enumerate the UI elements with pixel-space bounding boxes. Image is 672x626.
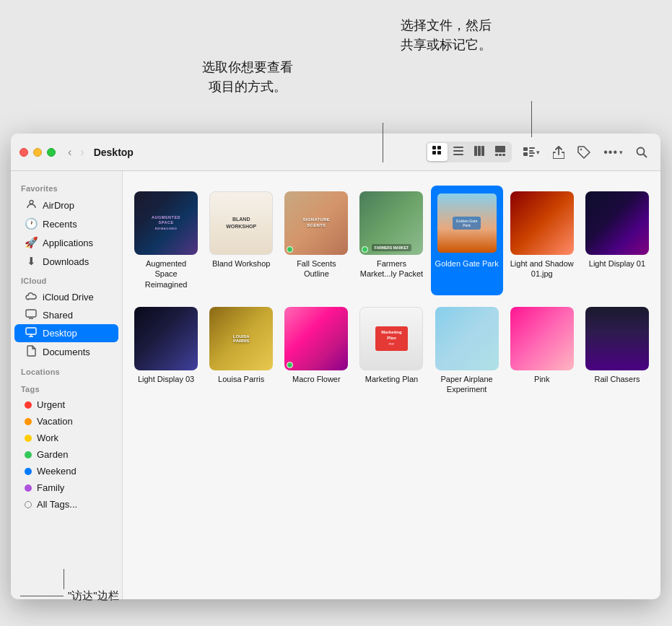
work-label: Work <box>37 432 58 443</box>
share-button[interactable] <box>549 143 569 162</box>
file-thumbnail-light-shadow <box>510 191 574 255</box>
minimize-button[interactable] <box>33 148 42 157</box>
file-item-marketing[interactable]: MarketingPlanPDF Marketing Plan <box>355 301 427 401</box>
svg-rect-12 <box>499 154 502 156</box>
sidebar-item-desktop[interactable]: Desktop <box>14 324 118 342</box>
file-item-bland[interactable]: BLANDWORKSHOP Bland Workshop <box>205 186 277 295</box>
group-dropdown-arrow: ▾ <box>536 149 540 156</box>
file-name-macro-flower: Macro Flower <box>292 374 341 384</box>
sidebar-item-recents[interactable]: 🕐 Recents <box>14 214 118 233</box>
file-item-fall-scents[interactable]: SIGNATURESCENTS Fall Scents Outline <box>280 186 352 295</box>
work-tag-dot <box>25 435 32 442</box>
urgent-tag-dot <box>25 401 32 409</box>
recents-icon: 🕐 <box>25 217 38 230</box>
sidebar-item-garden[interactable]: Garden <box>14 446 118 463</box>
icloud-drive-icon <box>25 291 38 303</box>
file-name-marketing: Marketing Plan <box>365 374 418 384</box>
downloads-icon: ⬇ <box>25 255 38 268</box>
file-name-light-display-01: Light Display 01 <box>589 258 645 269</box>
urgent-label: Urgent <box>37 399 65 410</box>
svg-rect-19 <box>529 155 533 157</box>
file-item-farmers[interactable]: FARMERS MARKET Farmers Market...ly Packe… <box>355 186 427 295</box>
weekend-label: Weekend <box>37 466 77 477</box>
desktop-label: Desktop <box>43 328 77 339</box>
list-view-btn[interactable] <box>448 143 468 161</box>
all-tags-label: All Tags... <box>37 499 77 510</box>
file-item-golden-gate[interactable]: Golden GatePark Golden Gate Park <box>431 186 503 295</box>
file-name-bland: Bland Workshop <box>212 258 271 269</box>
documents-icon <box>25 345 38 359</box>
more-button[interactable]: ••• ▾ <box>599 143 627 162</box>
file-item-light-display-01[interactable]: Light Display 01 <box>581 186 653 295</box>
file-item-light-display-03[interactable]: Light Display 03 <box>130 301 202 401</box>
tag-button[interactable] <box>573 143 595 162</box>
recents-label: Recents <box>43 219 77 230</box>
sidebar-item-urgent[interactable]: Urgent <box>14 396 118 413</box>
view-switcher <box>426 142 512 162</box>
group-by-button[interactable]: ▾ <box>519 144 544 161</box>
favorites-header: Favorites <box>11 178 122 196</box>
svg-point-20 <box>580 148 582 149</box>
sidebar-item-all-tags[interactable]: All Tags... <box>14 496 118 513</box>
file-item-pink[interactable]: Pink <box>506 301 578 401</box>
file-item-light-shadow[interactable]: Light and Shadow 01.jpg <box>506 186 578 295</box>
svg-point-21 <box>637 147 645 155</box>
shared-icon <box>25 309 38 321</box>
svg-rect-7 <box>474 146 477 156</box>
close-button[interactable] <box>19 148 28 157</box>
svg-rect-15 <box>529 147 535 149</box>
file-name-fall-scents: Fall Scents Outline <box>284 258 349 279</box>
sidebar-item-family[interactable]: Family <box>14 479 118 496</box>
sidebar-item-weekend[interactable]: Weekend <box>14 463 118 479</box>
back-button[interactable]: ‹ <box>64 144 75 161</box>
applications-icon: 🚀 <box>25 236 38 249</box>
file-thumbnail-bland: BLANDWORKSHOP <box>209 191 273 255</box>
file-thumbnail-augmented: AUGMENTEDSPACEREIMAGINED <box>134 191 198 255</box>
svg-rect-11 <box>495 154 498 156</box>
svg-rect-3 <box>437 151 441 155</box>
search-button[interactable] <box>632 144 652 161</box>
all-tags-icon <box>25 501 32 508</box>
svg-rect-5 <box>453 150 463 152</box>
file-item-paper-airplane[interactable]: Paper Airplane Experiment <box>431 301 503 401</box>
file-view: AUGMENTEDSPACEREIMAGINED Augmented Space… <box>123 171 660 599</box>
file-thumbnail-macro-flower <box>284 307 348 370</box>
maximize-button[interactable] <box>47 148 56 157</box>
svg-rect-2 <box>432 151 436 155</box>
desktop-icon <box>25 327 38 339</box>
svg-rect-17 <box>523 152 528 156</box>
file-item-augmented[interactable]: AUGMENTEDSPACEREIMAGINED Augmented Space… <box>130 186 202 295</box>
sidebar-item-shared[interactable]: Shared <box>14 306 118 324</box>
svg-rect-24 <box>26 310 36 317</box>
sidebar-item-downloads[interactable]: ⬇ Downloads <box>14 252 118 271</box>
sidebar-item-airdrop[interactable]: AirDrop <box>14 196 118 214</box>
documents-label: Documents <box>43 347 90 357</box>
file-item-rail-chasers[interactable]: Rail Chasers <box>581 301 653 401</box>
svg-rect-14 <box>523 147 528 151</box>
file-item-louisa[interactable]: LOUISAPARRIS Louisa Parris <box>205 301 277 401</box>
traffic-lights <box>19 148 56 157</box>
file-thumbnail-marketing: MarketingPlanPDF <box>359 307 423 370</box>
column-view-btn[interactable] <box>469 143 489 161</box>
icon-view-btn[interactable] <box>427 143 448 161</box>
more-dropdown-arrow: ▾ <box>619 149 623 156</box>
sidebar-item-icloud-drive[interactable]: iCloud Drive <box>14 288 118 306</box>
forward-button[interactable]: › <box>77 144 87 161</box>
sidebar-item-work[interactable]: Work <box>14 430 118 446</box>
view-callout: 选取你想要查看项目的方式。 <box>202 58 293 97</box>
file-name-light-shadow: Light and Shadow 01.jpg <box>510 258 575 279</box>
vacation-label: Vacation <box>37 416 73 427</box>
sidebar-item-applications[interactable]: 🚀 Applications <box>14 233 118 252</box>
svg-rect-1 <box>437 146 441 149</box>
svg-rect-25 <box>26 328 36 334</box>
sidebar-item-vacation[interactable]: Vacation <box>14 413 118 430</box>
file-item-macro-flower[interactable]: Macro Flower <box>280 301 352 401</box>
sidebar-item-documents[interactable]: Documents <box>14 342 118 362</box>
family-tag-dot <box>25 484 32 492</box>
gallery-view-btn[interactable] <box>490 143 510 161</box>
share-callout-line <box>531 101 532 137</box>
file-thumbnail-fall-scents: SIGNATURESCENTS <box>284 191 348 255</box>
shared-label: Shared <box>43 310 73 321</box>
toolbar-right: ▾ ••• ▾ <box>519 143 652 162</box>
file-thumbnail-golden-gate: Golden GatePark <box>435 191 499 255</box>
